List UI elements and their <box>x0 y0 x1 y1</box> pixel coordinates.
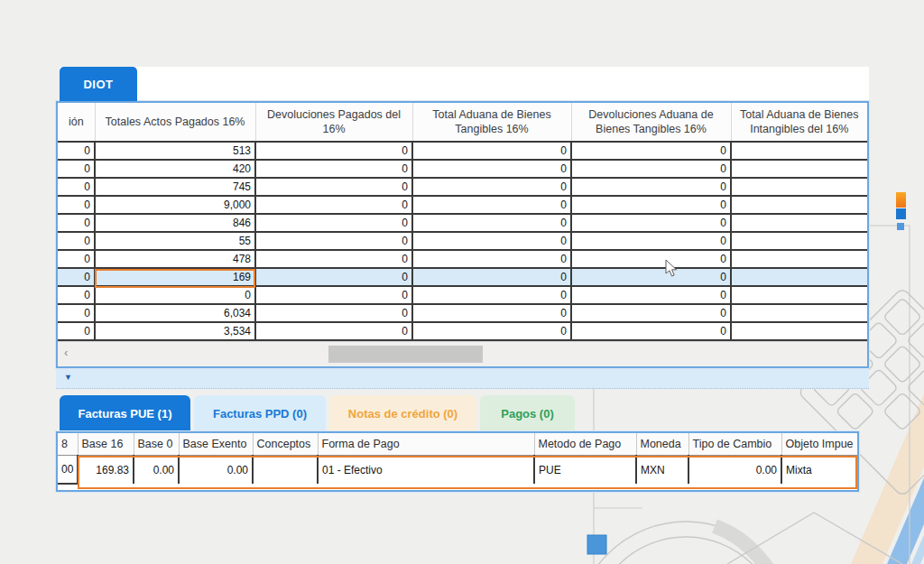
factura-col-header-3[interactable]: Base Exento <box>179 433 253 456</box>
diot-cell[interactable]: 169 <box>95 268 255 286</box>
diot-cell[interactable]: 0 <box>255 286 412 304</box>
diot-cell[interactable]: 0 <box>255 142 412 160</box>
diot-cell[interactable]: 3,534 <box>95 322 255 340</box>
tab-facturas-ppd[interactable]: Facturas PPD (0) <box>194 395 326 431</box>
diot-row[interactable]: 055000 <box>58 232 867 250</box>
scroll-left-icon[interactable]: ‹ <box>64 347 68 358</box>
factura-col-header-6[interactable]: Metodo de Pago <box>534 433 636 456</box>
diot-row[interactable]: 06,034000 <box>58 304 867 322</box>
diot-cell[interactable]: 0 <box>58 268 95 286</box>
diot-cell[interactable]: 0 <box>412 250 571 268</box>
factura-cell[interactable]: 0.00 <box>179 456 253 485</box>
diot-cell[interactable]: 513 <box>95 142 255 160</box>
diot-cell[interactable]: 0 <box>571 250 731 268</box>
diot-cell[interactable]: 0 <box>58 232 95 250</box>
factura-cell[interactable]: Mixta <box>781 456 857 485</box>
factura-cell[interactable]: 169.83 <box>78 456 134 485</box>
diot-cell[interactable] <box>731 232 867 250</box>
factura-cell[interactable] <box>253 456 318 485</box>
factura-col-header-9[interactable]: Objeto Impue <box>781 433 857 456</box>
diot-cell[interactable]: 0 <box>412 304 571 322</box>
factura-col-header-4[interactable]: Conceptos <box>253 433 318 456</box>
diot-cell[interactable]: 6,034 <box>95 304 255 322</box>
diot-cell[interactable]: 0 <box>58 304 95 322</box>
diot-cell[interactable] <box>731 178 867 196</box>
diot-cell[interactable] <box>731 214 867 232</box>
diot-cell[interactable]: 0 <box>412 322 571 340</box>
diot-col-header-0[interactable]: ión <box>58 103 95 142</box>
diot-cell[interactable]: 0 <box>255 232 412 250</box>
factura-cell[interactable]: 0.00 <box>134 456 179 485</box>
factura-col-header-8[interactable]: Tipo de Cambio <box>688 433 781 456</box>
diot-row[interactable]: 0846000 <box>58 214 867 232</box>
diot-cell[interactable]: 0 <box>571 304 731 322</box>
diot-cell[interactable]: 420 <box>95 160 255 178</box>
diot-cell[interactable]: 0 <box>571 322 731 340</box>
diot-cell[interactable]: 0 <box>58 214 95 232</box>
diot-row[interactable]: 0745000 <box>58 178 867 196</box>
diot-cell[interactable]: 9,000 <box>95 196 255 214</box>
tab-facturas-pue[interactable]: Facturas PUE (1) <box>60 395 190 431</box>
tab-notas-credito[interactable]: Notas de crédito (0) <box>329 395 476 431</box>
diot-row[interactable]: 0169000 <box>58 268 867 286</box>
diot-row[interactable]: 03,534000 <box>58 322 867 340</box>
diot-cell[interactable]: 0 <box>412 286 571 304</box>
diot-row[interactable]: 0420000 <box>58 160 867 178</box>
diot-cell[interactable]: 0 <box>412 160 571 178</box>
diot-cell[interactable]: 0 <box>58 322 95 340</box>
diot-cell[interactable] <box>731 196 867 214</box>
tab-diot[interactable]: DIOT <box>60 67 137 101</box>
diot-cell[interactable]: 0 <box>412 178 571 196</box>
factura-cell[interactable]: PUE <box>534 456 636 485</box>
diot-cell[interactable]: 846 <box>95 214 255 232</box>
diot-cell[interactable] <box>731 304 867 322</box>
diot-cell[interactable] <box>731 250 867 268</box>
diot-cell[interactable]: 0 <box>412 232 571 250</box>
diot-cell[interactable]: 0 <box>95 286 255 304</box>
diot-cell[interactable]: 0 <box>412 268 571 286</box>
scrollbar-thumb[interactable] <box>328 346 483 363</box>
diot-cell[interactable]: 0 <box>58 250 95 268</box>
diot-row[interactable]: 09,000000 <box>58 196 867 214</box>
factura-col-header-0[interactable]: 8 <box>58 433 78 456</box>
factura-col-header-5[interactable]: Forma de Pago <box>318 433 534 456</box>
diot-cell[interactable]: 0 <box>255 268 412 286</box>
diot-cell[interactable]: 0 <box>58 178 95 196</box>
diot-cell[interactable] <box>731 160 867 178</box>
factura-col-header-7[interactable]: Moneda <box>636 433 688 456</box>
diot-cell[interactable]: 0 <box>571 160 731 178</box>
diot-cell[interactable]: 0 <box>571 142 731 160</box>
diot-col-header-2[interactable]: Devoluciones Pagados del 16% <box>255 103 412 142</box>
factura-cell[interactable]: 00 <box>58 456 78 485</box>
diot-cell[interactable]: 0 <box>412 142 571 160</box>
tab-pagos[interactable]: Pagos (0) <box>480 395 575 431</box>
diot-cell[interactable]: 0 <box>255 250 412 268</box>
factura-cell[interactable]: 01 - Efectivo <box>318 456 534 485</box>
diot-cell[interactable]: 0 <box>255 160 412 178</box>
diot-cell[interactable]: 0 <box>255 196 412 214</box>
diot-cell[interactable] <box>731 268 867 286</box>
factura-cell[interactable]: 0.00 <box>688 456 781 485</box>
diot-cell[interactable] <box>731 286 867 304</box>
collapse-arrow-icon[interactable]: ▼ <box>64 374 72 382</box>
diot-cell[interactable]: 0 <box>58 142 95 160</box>
factura-col-header-1[interactable]: Base 16 <box>78 433 134 456</box>
diot-cell[interactable]: 0 <box>571 178 731 196</box>
diot-cell[interactable]: 0 <box>412 214 571 232</box>
diot-cell[interactable]: 0 <box>571 196 731 214</box>
diot-row[interactable]: 0478000 <box>58 250 867 268</box>
diot-row[interactable]: 0513000 <box>58 142 867 160</box>
diot-col-header-1[interactable]: Totales Actos Pagados 16% <box>95 103 255 142</box>
diot-cell[interactable]: 0 <box>58 286 95 304</box>
diot-cell[interactable]: 0 <box>58 196 95 214</box>
diot-col-header-3[interactable]: Total Aduana de Bienes Tangibles 16% <box>412 103 571 142</box>
diot-cell[interactable]: 0 <box>571 214 731 232</box>
diot-cell[interactable]: 0 <box>255 214 412 232</box>
diot-cell[interactable]: 0 <box>571 232 731 250</box>
diot-cell[interactable]: 0 <box>255 178 412 196</box>
diot-cell[interactable] <box>731 142 867 160</box>
diot-cell[interactable]: 0 <box>412 196 571 214</box>
diot-cell[interactable]: 0 <box>571 268 731 286</box>
diot-cell[interactable]: 478 <box>95 250 255 268</box>
splitter-bar[interactable]: ▼ <box>56 369 869 389</box>
